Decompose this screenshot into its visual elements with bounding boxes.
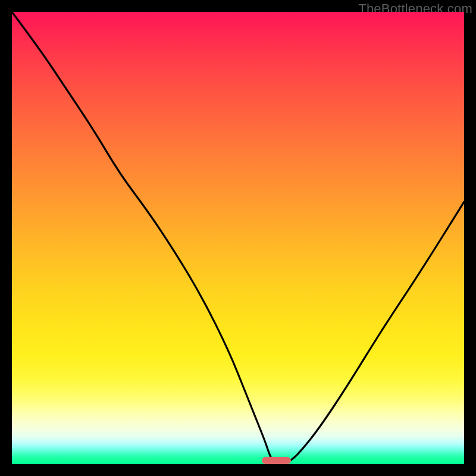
bottleneck-curve (12, 12, 464, 464)
curve-path (12, 12, 464, 464)
chart-frame: TheBottleneck.com (0, 0, 476, 476)
plot-area (12, 12, 464, 464)
optimal-marker (262, 457, 291, 464)
